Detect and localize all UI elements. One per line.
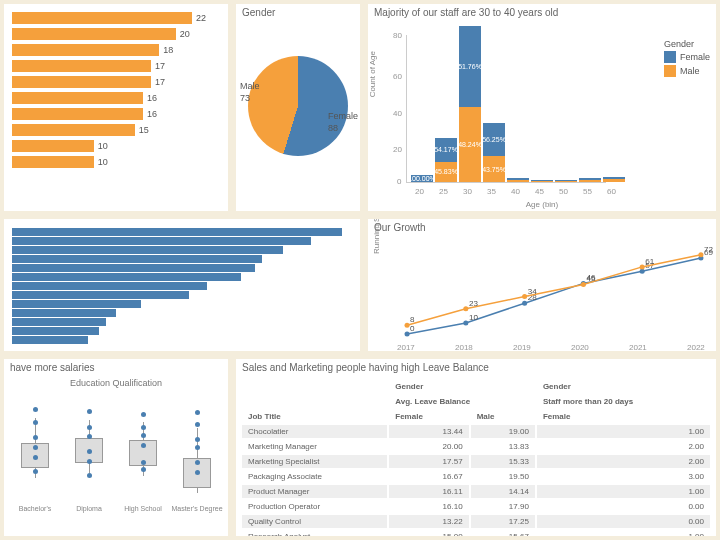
job-count-bar-chart: 22201817171616151010 xyxy=(0,0,232,215)
table-row: Product Manager16.1114.141.00 xyxy=(242,485,710,498)
age-title: Majority of our staff are 30 to 40 years… xyxy=(368,4,716,21)
svg-point-12 xyxy=(405,323,410,328)
svg-text:45: 45 xyxy=(586,275,596,284)
svg-text:61: 61 xyxy=(645,257,655,266)
bar-row xyxy=(12,237,352,245)
box-whisker: Bachelor's xyxy=(21,398,49,498)
table-row: Packaging Associate16.6719.503.00 xyxy=(242,470,710,483)
bar-row xyxy=(12,282,352,290)
svg-text:10: 10 xyxy=(469,313,479,322)
svg-text:34: 34 xyxy=(528,287,538,296)
box-whisker: Master's Degree xyxy=(183,398,211,498)
table-row: Marketing Specialist17.5715.332.00 xyxy=(242,455,710,468)
table-row: Quality Control13.2217.250.00 xyxy=(242,515,710,528)
leave-table: GenderGender Avg. Leave BalanceStaff mor… xyxy=(240,378,712,540)
svg-point-22 xyxy=(698,252,703,257)
svg-point-20 xyxy=(640,264,645,269)
growth-line-chart: Our Growth Running Sum of Count of d... … xyxy=(364,215,720,355)
box-whisker: Diploma xyxy=(75,398,103,498)
bar-row xyxy=(12,309,352,317)
salary-box-plot: have more salaries Education Qualificati… xyxy=(0,355,232,540)
bar-row xyxy=(12,291,352,299)
bar-row: 18 xyxy=(12,44,220,56)
bar-row: 22 xyxy=(12,12,220,24)
growth-title: Our Growth xyxy=(368,219,716,236)
bar-row: 17 xyxy=(12,76,220,88)
gender-title: Gender xyxy=(236,4,360,21)
svg-text:8: 8 xyxy=(410,315,415,324)
box-title: have more salaries xyxy=(4,359,228,376)
svg-point-14 xyxy=(463,306,468,311)
svg-text:72: 72 xyxy=(704,245,714,254)
table-row: Chocolatier13.4419.001.00 xyxy=(242,425,710,438)
growth-ylabel: Running Sum of Count of d... xyxy=(372,215,381,254)
age-distribution-chart: Majority of our staff are 30 to 40 years… xyxy=(364,0,720,215)
svg-point-18 xyxy=(581,282,586,287)
svg-point-0 xyxy=(405,332,410,337)
bar-row: 17 xyxy=(12,60,220,72)
female-label: Female88 xyxy=(328,111,358,134)
age-ylabel: Count of Age xyxy=(368,51,377,97)
blue-bar-chart xyxy=(0,215,364,355)
leave-balance-table: Sales and Marketing people having high L… xyxy=(232,355,720,540)
svg-text:23: 23 xyxy=(469,299,479,308)
male-label: Male73 xyxy=(240,81,260,104)
age-xlabel: Age (bin) xyxy=(526,200,558,209)
bar-row: 10 xyxy=(12,140,220,152)
bar-row xyxy=(12,255,352,263)
table-row: Research Analyst15.0015.671.00 xyxy=(242,530,710,540)
svg-point-8 xyxy=(640,269,645,274)
bar-row xyxy=(12,246,352,254)
bar-row xyxy=(12,336,352,344)
age-legend: Gender Female Male xyxy=(664,39,710,79)
bar-row: 20 xyxy=(12,28,220,40)
bar-row xyxy=(12,300,352,308)
table-row: Production Operator16.1017.900.00 xyxy=(242,500,710,513)
box-subtitle: Education Qualification xyxy=(4,378,228,388)
bar-row xyxy=(12,228,352,236)
bar-row xyxy=(12,327,352,335)
svg-point-4 xyxy=(522,301,527,306)
svg-point-16 xyxy=(522,294,527,299)
bar-row xyxy=(12,273,352,281)
bar-row: 10 xyxy=(12,156,220,168)
bar-row: 15 xyxy=(12,124,220,136)
bar-row: 16 xyxy=(12,108,220,120)
bar-row xyxy=(12,318,352,326)
leave-title: Sales and Marketing people having high L… xyxy=(236,359,716,376)
table-row: Marketing Manager20.0013.832.00 xyxy=(242,440,710,453)
svg-point-2 xyxy=(463,321,468,326)
svg-text:0: 0 xyxy=(410,324,415,333)
box-whisker: High School xyxy=(129,398,157,498)
bar-row xyxy=(12,264,352,272)
pie-icon xyxy=(248,56,348,156)
bar-row: 16 xyxy=(12,92,220,104)
gender-pie-chart: Gender Male73 Female88 xyxy=(232,0,364,215)
